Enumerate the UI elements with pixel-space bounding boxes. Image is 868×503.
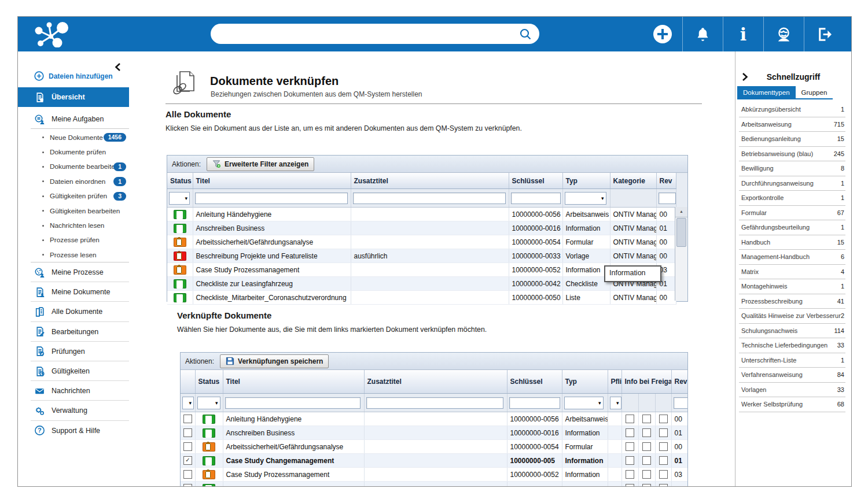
linked-document-row[interactable]: Case Study Prozessmanagement10000000-005… <box>181 468 688 482</box>
save-links-button[interactable]: Verknüpfungen speichern <box>220 354 329 368</box>
document-type-item-5[interactable]: Durchführungsanweisung1 <box>739 176 845 191</box>
column-header-1[interactable]: Titel <box>193 173 351 189</box>
linked-document-row[interactable]: ✓✓Case Study Changemanagement10000000-00… <box>181 454 688 468</box>
document-row[interactable]: ✓Checkliste zur Leasingfahrzeug10000000-… <box>167 277 676 291</box>
column-header-info-bei-freigabe[interactable]: Info bei Freigabe <box>621 370 671 394</box>
checkbox[interactable] <box>183 428 192 437</box>
sidebar-item-6[interactable]: Nachrichten <box>18 381 129 401</box>
linked-document-row[interactable]: Arbeitssicherheit/Gefährdungsanalyse1000… <box>181 440 688 454</box>
add-files-button[interactable]: Dateien hinzufügen <box>34 71 113 81</box>
checkbox[interactable] <box>659 470 668 479</box>
document-type-item-9[interactable]: Handbuch15 <box>739 235 845 250</box>
search-icon[interactable] <box>519 28 532 40</box>
checkbox[interactable] <box>659 456 668 465</box>
document-type-item-12[interactable]: Montagehinweis1 <box>739 279 845 294</box>
task-item-5[interactable]: Gültigkeiten bearbeiten <box>18 204 129 218</box>
sidebar-item-4[interactable]: Prüfungen <box>18 342 129 361</box>
sidebar-item-7[interactable]: Verwaltung <box>18 401 129 420</box>
typ-filter-cell[interactable]: ▾ <box>562 189 610 208</box>
checkbox[interactable] <box>626 428 634 437</box>
linked-document-row[interactable]: ✓Anschreiben Business10000000-0016Inform… <box>181 426 688 440</box>
typ-filter-cell[interactable]: ▾ <box>562 394 608 412</box>
column-header-0[interactable]: Status <box>167 173 193 189</box>
document-row[interactable]: Arbeitssicherheit/Gefährdungsanalyse1000… <box>167 235 676 249</box>
task-item-2[interactable]: Dokumente bearbeiten1 <box>18 160 129 174</box>
document-type-item-10[interactable]: Management-Handbuch6 <box>739 250 845 265</box>
column-header-6[interactable]: Rev <box>656 173 676 189</box>
column-header-5[interactable]: Kategorie <box>610 173 656 189</box>
checkbox[interactable] <box>626 470 634 479</box>
add-button[interactable] <box>642 17 682 51</box>
document-row[interactable]: ✓Anschreiben Business10000000-0016Inform… <box>167 221 676 235</box>
filter-dropdown[interactable]: ▾ <box>197 397 220 409</box>
document-type-item-7[interactable]: Formular67 <box>739 206 845 221</box>
checkbox[interactable] <box>659 428 668 437</box>
checkbox[interactable] <box>183 415 192 423</box>
column-header-typ[interactable]: Typ <box>562 370 608 394</box>
column-header-schluessel[interactable]: Schlüssel <box>507 370 562 394</box>
checkbox[interactable] <box>642 456 651 465</box>
task-item-0[interactable]: Neue Dokumente1456 <box>18 130 129 145</box>
task-item-8[interactable]: Prozesse lesen <box>18 247 129 262</box>
document-type-item-8[interactable]: Gefährdungsbeurteilung1 <box>739 220 845 235</box>
linked-document-row[interactable]: ✓ <box>181 482 688 487</box>
checkbox[interactable] <box>626 415 634 423</box>
scroll-up-icon[interactable]: ▲ <box>675 207 687 217</box>
column-header-rev[interactable]: Rev <box>671 370 688 394</box>
filter-dropdown[interactable]: ▾ <box>169 192 190 205</box>
vertical-scrollbar[interactable]: ▲ <box>675 207 687 301</box>
advanced-filter-button[interactable]: Erweiterte Filter anzeigen <box>207 157 314 171</box>
checkbox[interactable]: ✓ <box>183 456 192 465</box>
column-header-zusatztitel[interactable]: Zusatztitel <box>364 370 507 394</box>
rev-filter-cell[interactable] <box>671 394 688 412</box>
sidebar-item-1[interactable]: Meine Dokumente <box>18 282 129 302</box>
sidebar-collapse-icon[interactable] <box>115 63 120 73</box>
profile-button[interactable] <box>763 17 804 51</box>
sidebar-item-uebersicht[interactable]: Übersicht <box>18 87 129 107</box>
sidebar-item-0[interactable]: Meine Prozesse <box>18 262 129 282</box>
checkbox[interactable] <box>659 442 668 451</box>
titel-filter-cell[interactable] <box>223 394 364 412</box>
tab-gruppen[interactable]: Gruppen <box>796 86 833 98</box>
checkbox[interactable] <box>183 484 192 486</box>
filter-input[interactable] <box>195 193 348 204</box>
checkbox[interactable] <box>642 415 651 423</box>
schluessel-filter-cell[interactable] <box>507 394 562 412</box>
zusatztitel-filter-cell[interactable] <box>351 189 509 208</box>
checkbox[interactable] <box>659 415 668 423</box>
schluessel-filter-cell[interactable] <box>509 189 562 208</box>
document-row[interactable]: ✓Anleitung Händehygiene10000000-0056Arbe… <box>167 208 676 221</box>
task-item-7[interactable]: Prozesse prüfen <box>18 233 129 247</box>
filter-dropdown[interactable]: ▾ <box>610 397 621 409</box>
select-filter-cell[interactable]: ▾ <box>181 394 195 412</box>
task-item-1[interactable]: Dokumente prüfen <box>18 145 129 159</box>
document-type-item-4[interactable]: Bewilligung8 <box>739 161 845 176</box>
document-type-item-6[interactable]: Exportkontrolle1 <box>739 191 845 206</box>
sidebar-item-2[interactable]: Alle Dokumente <box>18 302 129 321</box>
checkbox[interactable] <box>659 484 668 486</box>
filter-dropdown[interactable]: ▾ <box>565 192 606 205</box>
document-type-item-19[interactable]: Vorlagen33 <box>739 383 845 398</box>
task-item-3[interactable]: Dateien einordnen1 <box>18 174 129 188</box>
sidebar-item-8[interactable]: ?Support & Hilfe <box>18 421 129 441</box>
filter-input[interactable] <box>659 193 676 204</box>
filter-input[interactable] <box>353 193 506 204</box>
column-header-2[interactable]: Zusatztitel <box>351 173 509 189</box>
checkbox[interactable] <box>183 442 192 451</box>
task-item-6[interactable]: Nachrichten lesen <box>18 218 129 232</box>
document-row[interactable]: ✓Checkliste_Mitarbeiter_Coronaschutzvero… <box>167 291 676 305</box>
filter-input[interactable] <box>225 397 361 409</box>
document-row[interactable]: Case Study Prozessmanagement10000000-005… <box>167 263 676 277</box>
checkbox[interactable] <box>642 484 651 486</box>
info-button[interactable]: i <box>723 17 763 51</box>
document-type-item-20[interactable]: Werker Selbstprüfung68 <box>739 397 845 412</box>
checkbox[interactable] <box>626 442 634 451</box>
zusatztitel-filter-cell[interactable] <box>364 394 507 412</box>
status-filter-cell[interactable]: ▾ <box>167 189 193 208</box>
column-header-3[interactable]: Schlüssel <box>509 173 562 189</box>
document-type-item-13[interactable]: Prozessbeschreibung41 <box>739 294 845 309</box>
document-type-item-14[interactable]: Qualitäts Hinweise zur Verbesserung2 <box>739 309 845 324</box>
document-type-item-11[interactable]: Matrix4 <box>739 265 845 280</box>
checkbox[interactable] <box>642 442 651 451</box>
column-header-titel[interactable]: Titel <box>223 370 364 394</box>
